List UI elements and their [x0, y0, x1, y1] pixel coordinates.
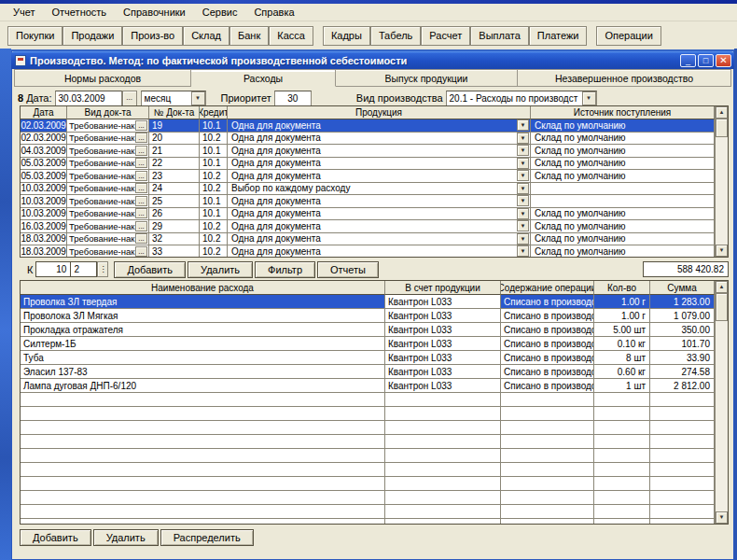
ellipsis-button[interactable]: ... [135, 196, 147, 206]
table-row[interactable]: ТубаКвантрон L033Списано в производств8 … [21, 351, 715, 365]
ellipsis-button[interactable]: ... [135, 133, 147, 143]
table-row-empty[interactable] [21, 505, 715, 519]
table-row[interactable]: 02.03.2009Требование-нак...1910.1Одна дл… [21, 119, 715, 133]
table-row[interactable]: 16.03.2009Требование-нак...2910.2Одна дл… [21, 220, 715, 233]
table-row[interactable]: Силтерм-1БКвантрон L033Списано в произво… [21, 337, 715, 351]
add-document-button[interactable]: Добавить [114, 261, 186, 278]
table-row[interactable]: 18.03.2009Требование-нак...3210.2Одна дл… [21, 233, 715, 246]
ellipsis-button[interactable]: ... [135, 246, 147, 257]
table-row[interactable]: Лампа дуговая ДНП-6/120Квантрон L033Спис… [21, 379, 715, 393]
distribute-button[interactable]: Распределить [160, 529, 254, 546]
scroll-up-icon[interactable]: ▲ [716, 281, 728, 293]
scroll-up-icon[interactable]: ▲ [716, 106, 728, 119]
k-input-2[interactable]: 2 [71, 261, 97, 277]
menu-item[interactable]: Справка [246, 6, 301, 20]
delete-document-button[interactable]: Удалить [188, 261, 253, 278]
dropdown-arrow-button[interactable]: ▼ [517, 133, 529, 144]
table-row[interactable]: Прокладка отражателяКвантрон L033Списано… [21, 323, 715, 337]
reports-button[interactable]: Отчеты [317, 261, 379, 278]
add-expense-button[interactable]: Добавить [20, 529, 91, 546]
menu-item[interactable]: Сервис [195, 6, 245, 20]
scrollbar-thumb[interactable] [716, 293, 728, 321]
list-picker-button[interactable]: ⋮ [97, 261, 108, 277]
table-row-empty[interactable] [21, 393, 715, 407]
table-row[interactable]: 02.03.2009Требование-нак...2010.2Одна дл… [21, 133, 715, 146]
title-bar[interactable]: Производство. Метод: по фактической прои… [11, 51, 734, 69]
production-type-select[interactable]: 20.1 - Расходы по производст ▼ [446, 91, 597, 106]
toolbar-button[interactable]: Касса [269, 26, 313, 46]
table-row[interactable]: Проволка ЗЛ твердаяКвантрон L033Списано … [21, 295, 715, 309]
ellipsis-button[interactable]: ... [135, 158, 147, 168]
table-row[interactable]: 04.03.2009Требование-нак...2110.1Одна дл… [21, 145, 715, 158]
table-row-empty[interactable] [21, 491, 715, 505]
scroll-down-icon[interactable]: ▼ [716, 245, 728, 257]
close-button[interactable]: ✕ [716, 54, 731, 67]
tab[interactable]: Нормы расходов [14, 69, 191, 87]
period-select[interactable]: месяц ▼ [141, 91, 206, 106]
table-row[interactable]: 10.03.2009Требование-нак...2510.1Одна дл… [21, 195, 715, 208]
dropdown-arrow-button[interactable]: ▼ [517, 233, 529, 245]
ellipsis-button[interactable]: ... [135, 183, 147, 193]
table-row-empty[interactable] [21, 421, 715, 435]
date-input[interactable]: 30.03.2009 [55, 91, 122, 106]
menu-item[interactable]: Отчетность [45, 6, 115, 20]
priority-input[interactable]: 30 [274, 91, 312, 106]
toolbar-button[interactable]: Произ-во [122, 26, 183, 46]
toolbar-button[interactable]: Расчет [421, 26, 470, 46]
table-row[interactable]: 10.03.2009Требование-нак...2410.2Выбор п… [21, 183, 715, 196]
minimize-button[interactable]: _ [680, 54, 696, 67]
tab[interactable]: Незавершенное производство [518, 69, 731, 87]
ellipsis-button[interactable]: ... [135, 120, 147, 131]
table-row[interactable]: 05.03.2009Требование-нак...2310.2Одна дл… [21, 170, 715, 183]
chevron-down-icon[interactable]: ▼ [582, 91, 596, 105]
toolbar-button[interactable]: Покупки [7, 26, 63, 46]
table-row[interactable]: Проволока ЗЛ МягкаяКвантрон L033Списано … [21, 309, 715, 323]
table-row[interactable]: Эласил 137-83Квантрон L033Списано в прои… [21, 365, 715, 379]
toolbar-button[interactable]: Платежи [529, 26, 588, 46]
ellipsis-button[interactable]: ... [135, 221, 147, 231]
ellipsis-button[interactable]: ... [135, 208, 147, 218]
table-row-empty[interactable] [21, 463, 715, 477]
dropdown-arrow-button[interactable]: ▼ [517, 195, 529, 206]
dropdown-arrow-button[interactable]: ▼ [517, 158, 529, 169]
table-row-empty[interactable] [21, 519, 715, 525]
menu-item[interactable]: Справочники [116, 6, 193, 20]
table-row[interactable]: 05.03.2009Требование-нак...2210.1Одна дл… [21, 158, 715, 171]
toolbar-button[interactable]: Выплата [470, 26, 529, 46]
table-row-empty[interactable] [21, 435, 715, 449]
toolbar-button[interactable]: Банк [229, 26, 269, 46]
table-row[interactable]: 18.03.2009Требование-нак...3310.2Одна дл… [21, 245, 715, 258]
cell-date: 02.03.2009 [21, 133, 67, 146]
dropdown-arrow-button[interactable]: ▼ [517, 119, 529, 131]
tab[interactable]: Расходы [191, 69, 336, 87]
dropdown-arrow-button[interactable]: ▼ [517, 170, 529, 181]
ellipsis-button[interactable]: ... [135, 146, 147, 156]
ellipsis-button[interactable]: ... [135, 233, 147, 244]
toolbar-button[interactable]: Табель [370, 26, 421, 46]
table-row[interactable]: 10.03.2009Требование-нак...2610.1Одна дл… [21, 208, 715, 221]
menu-item[interactable]: Учет [6, 6, 43, 20]
maximize-button[interactable]: □ [698, 54, 714, 67]
table-row-empty[interactable] [21, 407, 715, 421]
toolbar-button[interactable]: Операции [596, 26, 661, 46]
dropdown-arrow-button[interactable]: ▼ [517, 183, 529, 194]
ellipsis-button[interactable]: ... [135, 171, 147, 181]
scrollbar-thumb[interactable] [716, 119, 728, 137]
chevron-down-icon[interactable]: ▼ [191, 91, 205, 105]
row-marker: 8 [18, 92, 23, 104]
scroll-down-icon[interactable]: ▼ [716, 511, 728, 524]
table-row-empty[interactable] [21, 477, 715, 491]
toolbar-button[interactable]: Продажи [63, 26, 122, 46]
tab[interactable]: Выпуск продукции [336, 69, 518, 87]
filter-button[interactable]: Фильтр [255, 261, 315, 278]
table-row-empty[interactable] [21, 449, 715, 463]
toolbar-button[interactable]: Кадры [323, 26, 370, 46]
date-picker-button[interactable]: ... [122, 91, 137, 106]
k-input-1[interactable]: 10 [35, 261, 71, 277]
dropdown-arrow-button[interactable]: ▼ [517, 208, 529, 219]
dropdown-arrow-button[interactable]: ▼ [517, 145, 529, 156]
toolbar-button[interactable]: Склад [183, 26, 229, 46]
dropdown-arrow-button[interactable]: ▼ [517, 245, 529, 257]
dropdown-arrow-button[interactable]: ▼ [517, 220, 529, 231]
delete-expense-button[interactable]: Удалить [93, 529, 159, 546]
